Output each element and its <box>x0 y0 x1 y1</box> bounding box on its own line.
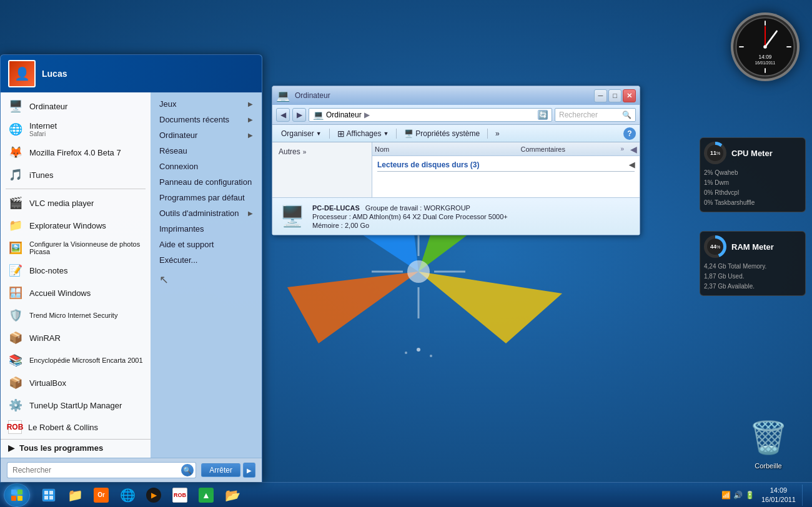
right-panneau[interactable]: Panneau de configuration <box>151 174 262 190</box>
outils-admin-label: Outils d'administration <box>159 209 239 218</box>
tray-volume-icon[interactable]: 🔊 <box>733 490 743 500</box>
menu-accueil[interactable]: 🪟 Accueil Windows <box>1 282 151 304</box>
menu-encarta[interactable]: 📚 Encyclopédie Microsoft Encarta 2001 <box>1 349 151 372</box>
taskbar-orange[interactable]: Or <box>89 485 114 506</box>
forward-button[interactable]: ▶ <box>292 108 306 122</box>
right-imprimantes[interactable]: Imprimantes <box>151 221 262 237</box>
tous-programmes-arrow: ▶ <box>8 443 14 453</box>
explorateur-label: Explorateur Windows <box>29 221 106 230</box>
ram-title: RAM Meter <box>731 242 774 252</box>
affichages-button[interactable]: ⊞ Affichages▼ <box>332 127 394 140</box>
cpu-line1: 2% Qwaheb <box>704 168 801 178</box>
tous-programmes[interactable]: ▶ Tous les programmes <box>1 441 151 455</box>
close-button[interactable]: ✕ <box>623 89 636 102</box>
svg-point-15 <box>763 45 767 49</box>
recycle-bin-label: Corbeille <box>755 462 781 470</box>
menu-explorateur[interactable]: 📁 Explorateur Windows <box>1 214 151 237</box>
window-content: Autres » Nom Commentaires » ◀ Lecteurs d… <box>272 142 640 197</box>
shutdown-button[interactable]: Arrêter <box>201 463 240 477</box>
firefox-label: Mozilla Firefox 4.0 Beta 7 <box>29 148 121 157</box>
right-outils-admin[interactable]: Outils d'administration ▶ <box>151 205 262 221</box>
right-reseau[interactable]: Réseau <box>151 143 262 159</box>
menu-bloc-notes[interactable]: 📝 Bloc-notes <box>1 259 151 282</box>
menu-winrar[interactable]: 📦 WinRAR <box>1 327 151 349</box>
column-headers: Nom Commentaires » ◀ <box>372 142 640 156</box>
proprietes-button[interactable]: 🖥️ Propriétés système <box>399 128 485 139</box>
svg-rect-24 <box>49 491 53 495</box>
internet-icon: 🌐 <box>8 122 23 137</box>
svg-text:16/01/2011: 16/01/2011 <box>755 61 776 65</box>
address-bar[interactable]: 💻 Ordinateur ▶ 🔄 <box>309 108 552 122</box>
executer-label: Exécuter... <box>159 255 197 265</box>
taskbar-folder[interactable]: 📁 <box>62 485 87 506</box>
jeux-label: Jeux <box>159 99 176 109</box>
tray-icons: 📶 🔊 🔋 <box>721 490 755 500</box>
search-input[interactable] <box>7 462 196 478</box>
start-button[interactable] <box>0 483 34 508</box>
bloc-notes-label: Bloc-notes <box>29 266 67 275</box>
help-button[interactable]: ? <box>623 127 636 140</box>
tray-clock[interactable]: 14:09 16/01/2011 <box>758 486 800 504</box>
menu-vlc[interactable]: 🎬 VLC media player <box>1 192 151 214</box>
imprimantes-label: Imprimantes <box>159 224 204 234</box>
menu-picasa[interactable]: 🖼️ Configurer la Visionneuse de photos P… <box>1 237 151 259</box>
minimize-button[interactable]: ─ <box>594 89 607 102</box>
internet-sublabel: Safari <box>29 130 57 137</box>
taskbar-rob[interactable]: ROB <box>167 485 192 506</box>
menu-tuneup[interactable]: ⚙️ TuneUp StartUp Manager <box>1 394 151 416</box>
more-button[interactable]: » <box>490 128 505 139</box>
section-header: Lecteurs de disques durs (3) ◀ <box>377 159 635 172</box>
search-bar[interactable]: Rechercher 🔍 <box>555 108 636 122</box>
taskbar-folder2[interactable]: 📂 <box>220 485 245 506</box>
shutdown-arrow-button[interactable]: ▶ <box>243 463 255 478</box>
cursor-indicator: ↖ <box>151 268 262 292</box>
menu-ordinateur[interactable]: 🖥️ Ordinateur <box>1 95 151 117</box>
menu-firefox[interactable]: 🦊 Mozilla Firefox 4.0 Beta 7 <box>1 141 151 164</box>
panneau-label: Panneau de configuration <box>159 177 252 187</box>
taskbar-arrow[interactable]: ▲ <box>194 485 219 506</box>
taskbar-ie[interactable]: 🌐 <box>115 485 140 506</box>
svg-point-7 <box>405 352 407 354</box>
recycle-bin[interactable]: 🗑️ Corbeille <box>750 416 787 470</box>
taskbar-explorer[interactable] <box>36 485 61 506</box>
cpu-line4: 0% Taskbarshuffle <box>704 198 801 208</box>
pc-name: PC-DE-LUCAS <box>312 204 360 212</box>
menu-robert-collins[interactable]: ROB Le Robert & Collins <box>1 416 151 438</box>
svg-rect-23 <box>44 491 48 495</box>
ram-meter: 44% RAM Meter 4,24 Gb Total Memory. 1,87… <box>700 231 806 296</box>
tray-battery-icon[interactable]: 🔋 <box>745 490 755 500</box>
menu-internet[interactable]: 🌐 Internet Safari <box>1 117 151 141</box>
menu-trend-micro[interactable]: 🛡️ Trend Micro Internet Security <box>1 304 151 327</box>
maximize-button[interactable]: □ <box>608 89 621 102</box>
tray-network-icon[interactable]: 📶 <box>721 490 731 500</box>
ram-circle: 44% <box>704 235 726 258</box>
menu-virtualbox[interactable]: 📦 VirtualBox <box>1 372 151 394</box>
right-ordinateur[interactable]: Ordinateur ▶ <box>151 127 262 143</box>
cpu-line3: 0% Rthdvcpl <box>704 188 801 198</box>
refresh-button[interactable]: 🔄 <box>538 110 548 120</box>
taskbar-folder2-icon: 📂 <box>225 488 240 503</box>
back-button[interactable]: ◀ <box>276 108 290 122</box>
right-connexion[interactable]: Connexion <box>151 159 262 174</box>
toolbar-separator-2 <box>396 129 397 139</box>
right-aide[interactable]: Aide et support <box>151 237 262 252</box>
section-arrow: ◀ <box>629 160 635 169</box>
organiser-button[interactable]: Organiser▼ <box>276 128 327 139</box>
taskbar-mediaplayer[interactable]: ▶ <box>141 485 166 506</box>
cpu-title: CPU Meter <box>731 149 773 158</box>
right-jeux[interactable]: Jeux ▶ <box>151 96 262 112</box>
internet-label: Internet <box>29 121 57 130</box>
memory-line: Mémoire : 2,00 Go <box>312 222 508 229</box>
outils-admin-arrow: ▶ <box>248 210 253 217</box>
right-executer[interactable]: Exécuter... <box>151 252 262 268</box>
encarta-label: Encyclopédie Microsoft Encarta 2001 <box>29 357 143 364</box>
start-menu-bottom: 🔍 Arrêter ▶ <box>1 458 262 482</box>
taskbar-ie-icon: 🌐 <box>120 488 135 503</box>
right-programmes-defaut[interactable]: Programmes par défaut <box>151 190 262 205</box>
show-desktop-button[interactable] <box>802 485 807 506</box>
menu-itunes[interactable]: 🎵 iTunes <box>1 164 151 186</box>
right-documents[interactable]: Documents récents ▶ <box>151 112 262 127</box>
picasa-icon: 🖼️ <box>8 240 23 255</box>
svg-point-0 <box>407 260 430 283</box>
address-text: Ordinateur <box>326 111 362 119</box>
